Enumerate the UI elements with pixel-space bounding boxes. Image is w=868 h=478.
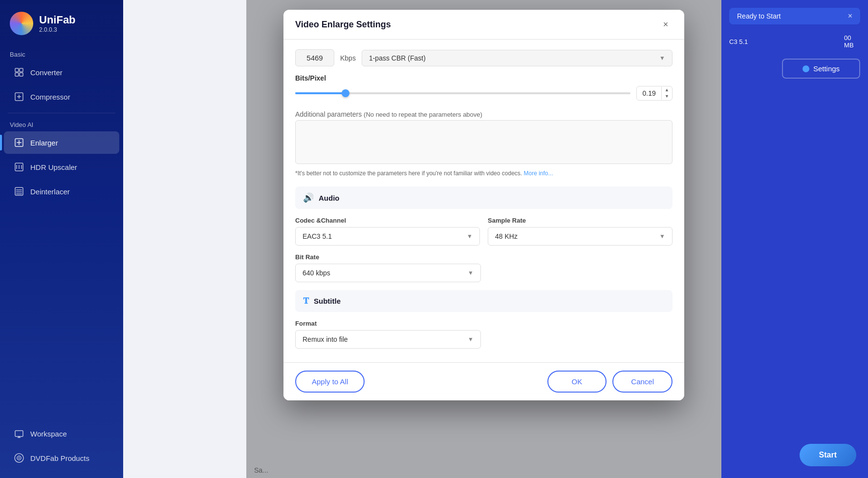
- sidebar-item-deinterlacer[interactable]: Deinterlacer: [4, 180, 119, 203]
- subtitle-section-header: 𝐓 Subtitle: [295, 290, 673, 312]
- sidebar-item-enlarger-label: Enlarger: [30, 139, 58, 147]
- dvdfab-icon: [14, 453, 24, 463]
- video-ai-section-label: Video AI: [0, 117, 123, 130]
- svg-rect-8: [15, 431, 23, 436]
- slider-fill: [295, 92, 346, 94]
- deinterlacer-icon: [14, 186, 24, 197]
- sidebar-item-enlarger[interactable]: Enlarger: [4, 131, 119, 154]
- encoding-value: 1-pass CBR (Fast): [369, 54, 426, 62]
- ready-to-start-badge: Ready to Start ×: [729, 8, 860, 24]
- sidebar-item-compressor[interactable]: Compressor: [4, 85, 119, 108]
- sidebar-item-hdr-upscaler[interactable]: HDR Upscaler: [4, 156, 119, 178]
- sample-rate-field: Sample Rate 48 KHz ▼: [488, 217, 673, 246]
- subtitle-format-select[interactable]: Remux into file ▼: [295, 330, 481, 349]
- codec-chevron-icon: ▼: [467, 233, 473, 240]
- ready-label: Ready to Start: [737, 12, 781, 20]
- sample-rate-value: 48 KHz: [495, 232, 518, 240]
- slider-value: 0.19: [637, 86, 661, 100]
- svg-rect-0: [15, 68, 19, 72]
- subtitle-format-value: Remux into file: [303, 335, 348, 343]
- footer-buttons: OK Cancel: [547, 371, 673, 393]
- subtitle-icon: 𝐓: [303, 296, 309, 306]
- slider-thumb[interactable]: [342, 89, 349, 97]
- bit-rate-chevron-icon: ▼: [468, 270, 474, 276]
- modal-header: Video Enlarge Settings ×: [283, 10, 684, 40]
- modal-body[interactable]: 5469 Kbps 1-pass CBR (Fast) ▼ Bits/Pixel: [283, 40, 684, 362]
- subtitle-format-chevron-icon: ▼: [468, 336, 474, 343]
- bit-rate-value: 640 kbps: [303, 269, 330, 277]
- bits-pixel-slider[interactable]: [295, 88, 630, 98]
- svg-rect-2: [15, 73, 19, 76]
- additional-params-textarea[interactable]: [295, 120, 673, 164]
- sidebar-item-compressor-label: Compressor: [30, 93, 70, 101]
- settings-label: Settings: [813, 64, 840, 73]
- badge-close-button[interactable]: ×: [848, 12, 852, 21]
- sidebar-item-converter-label: Converter: [30, 68, 63, 77]
- logo-area: UniFab 2.0.0.3: [0, 0, 123, 47]
- slider-down-arrow[interactable]: ▼: [662, 93, 672, 100]
- codec-label: Codec &Channel: [295, 217, 480, 224]
- audio-section-title: Audio: [319, 194, 340, 202]
- sample-rate-select[interactable]: 48 KHz ▼: [488, 227, 673, 246]
- slider-row: 0.19 ▲ ▼: [295, 86, 673, 101]
- ok-button[interactable]: OK: [547, 371, 607, 393]
- codec-value: EAC3 5.1: [303, 232, 332, 240]
- audio-codec-sample-grid: Codec &Channel EAC3 5.1 ▼ Sample Rate 48…: [295, 217, 673, 246]
- bit-rate-select[interactable]: 640 kbps ▼: [295, 264, 481, 282]
- svg-rect-3: [20, 73, 23, 76]
- bit-rate-label: Bit Rate: [295, 253, 481, 261]
- workspace-icon: [14, 428, 24, 439]
- sidebar-item-dvdfab[interactable]: DVDFab Products: [4, 447, 119, 469]
- size-info: 00 MB: [844, 34, 860, 49]
- sidebar-divider: [8, 113, 115, 113]
- sidebar-item-workspace[interactable]: Workspace: [4, 422, 119, 445]
- settings-modal: Video Enlarge Settings × 5469 Kbps 1-pas…: [283, 10, 684, 400]
- sidebar-item-workspace-label: Workspace: [30, 430, 67, 438]
- modal-footer: Apply to All OK Cancel: [283, 362, 684, 400]
- basic-section-label: Basic: [0, 47, 123, 60]
- compressor-icon: [14, 91, 24, 102]
- additional-params-label: Additional parameters (No need to repeat…: [295, 110, 673, 118]
- enlarger-icon: [14, 137, 24, 148]
- settings-button[interactable]: Settings: [782, 59, 860, 79]
- audio-icon: 🔊: [303, 192, 314, 203]
- additional-params-subtitle: (No need to repeat the parameters above): [364, 111, 482, 118]
- more-info-link[interactable]: More info...: [523, 170, 553, 177]
- subtitle-format-label: Format: [295, 320, 481, 327]
- bitrate-value[interactable]: 5469: [295, 49, 334, 66]
- apply-all-button[interactable]: Apply to All: [295, 371, 365, 393]
- modal-title: Video Enlarge Settings: [295, 20, 391, 30]
- slider-up-arrow[interactable]: ▲: [662, 87, 672, 93]
- svg-point-11: [19, 457, 20, 459]
- save-text: Sa...: [246, 462, 276, 478]
- audio-section-header: 🔊 Audio: [295, 187, 673, 209]
- encoding-chevron-icon: ▼: [659, 55, 665, 62]
- bitrate-row: 5469 Kbps 1-pass CBR (Fast) ▼: [295, 49, 673, 66]
- bit-rate-field: Bit Rate 640 kbps ▼: [295, 253, 481, 282]
- bitrate-unit: Kbps: [340, 54, 356, 62]
- encoding-select[interactable]: 1-pass CBR (Fast) ▼: [362, 50, 673, 66]
- slider-arrows: ▲ ▼: [661, 87, 672, 100]
- sample-rate-label: Sample Rate: [488, 217, 673, 224]
- sidebar-item-hdr-label: HDR Upscaler: [30, 163, 77, 171]
- audio-codec-info: C3 5.1: [729, 38, 844, 45]
- params-warning: *It's better not to customize the parame…: [295, 170, 673, 177]
- subtitle-section-title: Subtitle: [314, 297, 341, 305]
- right-panel: Ready to Start × C3 5.1 00 MB Settings S…: [721, 0, 868, 478]
- sidebar-item-converter[interactable]: Converter: [4, 61, 119, 83]
- bits-pixel-label: Bits/Pixel: [295, 74, 673, 82]
- sidebar-item-dvdfab-label: DVDFab Products: [30, 454, 89, 462]
- hdr-icon: [14, 162, 24, 172]
- subtitle-format-field: Format Remux into file ▼: [295, 320, 481, 349]
- modal-close-button[interactable]: ×: [659, 18, 673, 31]
- cancel-button[interactable]: Cancel: [612, 371, 673, 393]
- sidebar: UniFab 2.0.0.3 Basic Converter Compresso…: [0, 0, 123, 478]
- settings-dot-icon: [803, 65, 809, 72]
- codec-select[interactable]: EAC3 5.1 ▼: [295, 227, 480, 246]
- modal-overlay: Video Enlarge Settings × 5469 Kbps 1-pas…: [246, 0, 721, 478]
- slider-value-box: 0.19 ▲ ▼: [636, 86, 673, 101]
- app-logo-icon: [10, 12, 33, 35]
- start-button[interactable]: Start: [800, 444, 856, 466]
- sample-rate-chevron-icon: ▼: [659, 233, 665, 240]
- codec-field: Codec &Channel EAC3 5.1 ▼: [295, 217, 480, 246]
